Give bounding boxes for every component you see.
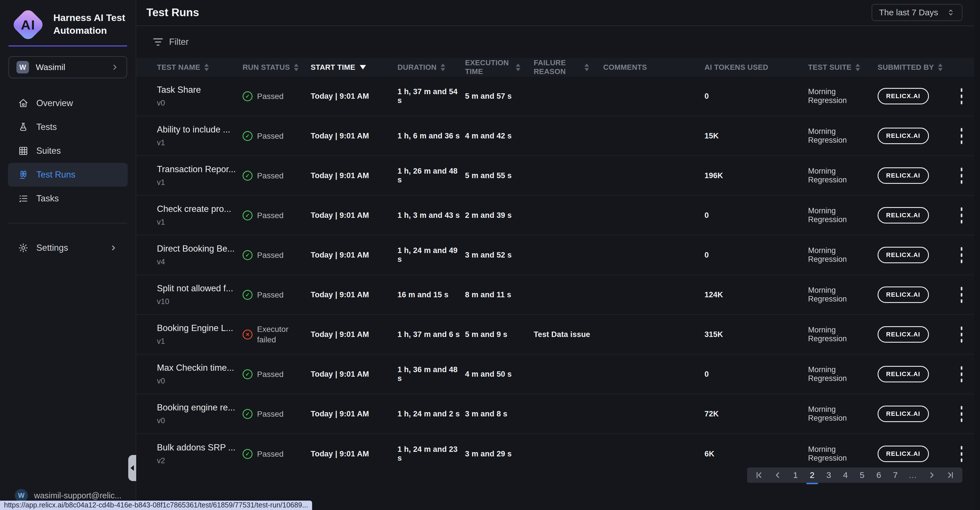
test-version: v10 [157,297,239,306]
duration: 16 m and 15 s [398,291,465,299]
user-profile[interactable]: W wasimil-support@relic... [15,489,121,502]
duration: 1 h, 24 m and 2 s [398,410,465,418]
column-header-tokens[interactable]: AI TOKENS USED [705,63,808,72]
column-header-status[interactable]: RUN STATUS [243,63,311,72]
kebab-menu-icon[interactable] [959,325,964,344]
duration: 1 h, 3 m and 43 s [398,211,465,220]
kebab-menu-icon[interactable] [959,404,964,424]
table-row[interactable]: Booking Engine L...v1✕Executor failedTod… [136,315,974,354]
duration: 1 h, 37 m and 6 s [398,330,465,339]
kebab-menu-icon[interactable] [959,206,964,225]
submitted-by-cell: RELICX.AI [878,286,952,303]
page-number-3[interactable]: 3 [826,470,832,480]
table-row[interactable]: Check create pro...v1✓PassedToday | 9:01… [136,196,974,235]
main-content: Test Runs The last 7 Days Filter TEST NA… [136,0,974,510]
run-status-cell: ✓Passed [243,91,311,102]
execution-time: 5 m and 55 s [465,171,534,180]
table-row[interactable]: Ability to include ...v1✓PassedToday | 9… [136,116,974,156]
sidebar: AI Harness AI Test Automation W Wasimil … [0,0,136,510]
browser-status-bar: https://app.relicx.ai/b8c04a12-cd4b-416e… [0,500,312,510]
page-number-1[interactable]: 1 [792,470,799,480]
sidebar-item-tests[interactable]: Tests [8,115,128,139]
column-header-name[interactable]: TEST NAME [157,63,243,72]
chevron-right-icon [110,244,118,252]
sidebar-item-test-runs[interactable]: Test Runs [8,163,128,187]
column-header-start[interactable]: START TIME [311,63,398,72]
submitted-by-cell: RELICX.AI [878,366,952,382]
kebab-menu-icon[interactable] [959,86,964,106]
page-number-5[interactable]: 5 [859,470,865,480]
execution-time: 2 m and 39 s [465,211,534,220]
column-header-suite[interactable]: TEST SUITE [808,63,878,72]
account-selector[interactable]: W Wasimil [8,56,127,78]
brand-divider [8,45,127,46]
sidebar-item-label: Overview [36,98,73,108]
submitted-by-cell: RELICX.AI [878,88,952,104]
start-time: Today | 9:01 AM [311,370,398,379]
kebab-menu-icon[interactable] [959,364,964,384]
sidebar-collapse-handle[interactable] [128,455,136,481]
submitted-by-badge: RELICX.AI [878,446,929,462]
kebab-menu-icon[interactable] [959,166,964,186]
sort-arrows-icon [441,64,445,71]
column-header-comments[interactable]: COMMENTS [603,63,705,72]
app-logo: AI [11,7,45,42]
test-name: Booking Engine L... [157,323,239,333]
submitted-by-badge: RELICX.AI [878,326,929,343]
test-suite: Morning Regression [808,405,878,423]
execution-time: 4 m and 50 s [465,370,534,379]
chevron-right-icon [111,63,119,71]
date-range-select[interactable]: The last 7 Days [872,4,963,21]
test-version: v0 [157,416,239,425]
page-number-4[interactable]: 4 [842,470,849,480]
test-name: Bulk addons SRP ... [157,442,239,453]
status-label: Passed [257,409,283,419]
submitted-by-cell: RELICX.AI [878,128,952,144]
status-label: Passed [257,210,283,221]
next-page-button[interactable] [927,470,936,480]
status-label: Passed [257,250,283,261]
user-email: wasimil-support@relic... [34,491,121,500]
status-passed-icon: ✓ [243,290,253,300]
kebab-menu-icon[interactable] [959,245,964,265]
table-row[interactable]: Direct Booking Be...v4✓PassedToday | 9:0… [136,235,974,275]
kebab-menu-icon[interactable] [959,285,964,305]
table-row[interactable]: Booking engine re...v0✓PassedToday | 9:0… [136,394,974,434]
first-page-button[interactable] [754,470,764,480]
ai-tokens-used: 15K [705,132,808,140]
row-actions-cell [952,86,974,106]
run-status-cell: ✓Passed [243,289,311,300]
test-name-cell: Booking engine re...v0 [157,402,243,425]
page-number-7[interactable]: 7 [892,470,899,480]
sort-arrows-icon [516,64,520,71]
column-header-failure[interactable]: FAILURE REASON [534,59,603,76]
column-header-duration[interactable]: DURATION [398,63,465,72]
column-header-execution[interactable]: EXECUTION TIME [465,59,534,76]
sidebar-item-overview[interactable]: Overview [8,91,128,115]
last-page-button[interactable] [946,470,955,480]
page-number-6[interactable]: 6 [875,470,882,480]
kebab-menu-icon[interactable] [959,444,964,464]
sidebar-item-settings[interactable]: Settings [8,236,128,260]
submitted-by-badge: RELICX.AI [878,167,929,184]
run-status-cell: ✓Passed [243,131,311,141]
previous-page-button[interactable] [773,470,782,480]
sidebar-item-tasks[interactable]: Tasks [8,187,128,210]
status-passed-icon: ✓ [243,131,253,141]
duration: 1 h, 24 m and 23 s [398,445,465,462]
submitted-by-badge: RELICX.AI [878,128,929,144]
sidebar-item-suites[interactable]: Suites [8,139,128,163]
table-row[interactable]: Transaction Repor...v1✓PassedToday | 9:0… [136,156,974,196]
status-label: Passed [257,91,283,102]
duration: 1 h, 6 m and 36 s [398,132,465,140]
table-row[interactable]: Task Sharev0✓PassedToday | 9:01 AM1 h, 3… [136,76,974,116]
filter-button[interactable]: Filter [136,26,974,58]
kebab-menu-icon[interactable] [959,126,964,146]
chevron-right-icon [927,470,936,480]
page-number-2[interactable]: 2 [809,470,816,480]
table-row[interactable]: Split not allowed f...v10✓PassedToday | … [136,275,974,315]
row-actions-cell [952,325,974,344]
run-status-cell: ✓Passed [243,250,311,261]
column-header-submitted[interactable]: SUBMITTED BY [878,63,952,72]
table-row[interactable]: Max Checkin time...v0✓PassedToday | 9:01… [136,354,974,394]
